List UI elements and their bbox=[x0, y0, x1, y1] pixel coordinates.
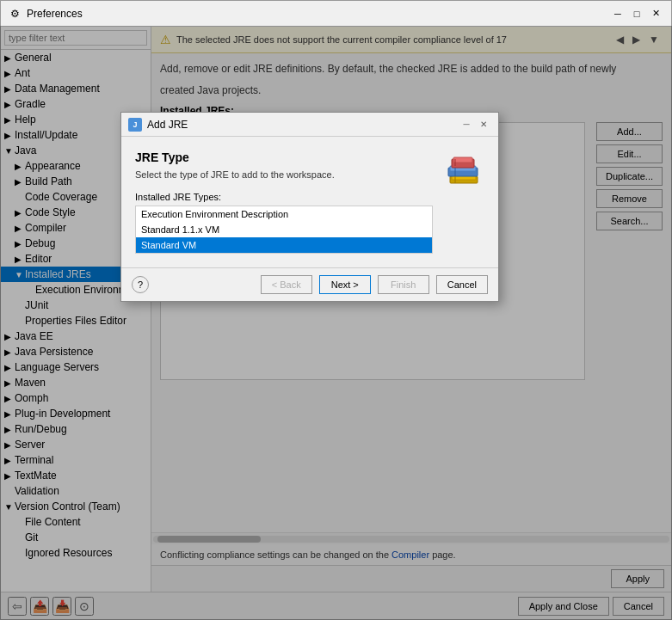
dialog-finish-button[interactable]: Finish bbox=[378, 275, 429, 294]
dialog-footer: ? < Back Next > Finish Cancel bbox=[121, 267, 498, 301]
modal-overlay: J Add JRE ─ ✕ JRE Type Select the type o… bbox=[0, 26, 672, 620]
dialog-list-item[interactable]: Standard 1.1.x VM bbox=[136, 222, 432, 237]
dialog-main: JRE Type Select the type of JRE to add t… bbox=[135, 150, 433, 254]
dialog-subtext: Select the type of JRE to add to the wor… bbox=[135, 169, 433, 180]
window-title: Preferences bbox=[27, 8, 609, 20]
dialog-back-button[interactable]: < Back bbox=[261, 275, 312, 294]
minimize-button[interactable]: ─ bbox=[609, 5, 626, 22]
dialog-title-buttons: ─ ✕ bbox=[459, 117, 491, 132]
dialog-list-item[interactable]: Standard VM bbox=[136, 237, 432, 253]
dialog-title-bar: J Add JRE ─ ✕ bbox=[121, 113, 498, 137]
dialog-help-button[interactable]: ? bbox=[132, 276, 149, 293]
dialog-cancel-button[interactable]: Cancel bbox=[436, 275, 488, 294]
title-bar-buttons: ─ □ ✕ bbox=[609, 5, 664, 22]
dialog-body: JRE Type Select the type of JRE to add t… bbox=[121, 137, 498, 267]
dialog-jre-list: Execution Environment DescriptionStandar… bbox=[135, 206, 433, 254]
close-button[interactable]: ✕ bbox=[647, 5, 664, 22]
preferences-icon: ⚙ bbox=[8, 7, 22, 21]
dialog-book-icon bbox=[443, 150, 484, 192]
dialog-title-icon: J bbox=[128, 118, 142, 132]
dialog-list-item[interactable]: Execution Environment Description bbox=[136, 206, 432, 222]
svg-rect-5 bbox=[453, 157, 472, 163]
title-bar: ⚙ Preferences ─ □ ✕ bbox=[1, 1, 671, 27]
add-jre-dialog: J Add JRE ─ ✕ JRE Type Select the type o… bbox=[120, 112, 499, 302]
dialog-list-label: Installed JRE Types: bbox=[135, 192, 433, 202]
dialog-minimize-button[interactable]: ─ bbox=[459, 117, 474, 132]
dialog-next-button[interactable]: Next > bbox=[319, 275, 371, 294]
dialog-close-button[interactable]: ✕ bbox=[476, 117, 491, 132]
dialog-title-text: Add JRE bbox=[147, 119, 459, 131]
dialog-heading: JRE Type bbox=[135, 150, 433, 164]
maximize-button[interactable]: □ bbox=[628, 5, 645, 22]
